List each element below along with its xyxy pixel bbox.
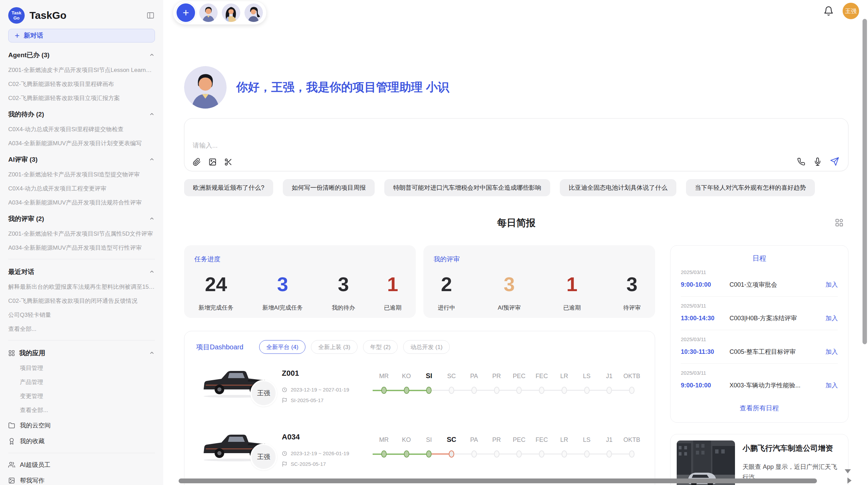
sidebar-item[interactable]: A034-全新新能源MUV产品开发项目造型可行性评审 xyxy=(8,244,155,251)
sidebar-item-help-write[interactable]: 帮我写作 xyxy=(8,476,155,485)
scroll-right-arrow[interactable] xyxy=(847,477,852,484)
news-card[interactable]: 小鹏飞行汽车制造公司增资 天眼查 App 显示，近日广州汇天飞行汽... xyxy=(670,434,848,485)
milestone: MR xyxy=(373,370,395,419)
sidebar-section-header[interactable]: AI评审 (3) xyxy=(8,155,155,164)
sidebar-item[interactable]: 产品管理 xyxy=(8,378,155,386)
sidebar-item-my-favorites[interactable]: 我的收藏 xyxy=(8,437,155,445)
sidebar-item[interactable]: C02-飞腾新能源轻客改款项目的闭环通告反馈情况 xyxy=(8,297,155,304)
schedule-title: 日程 xyxy=(681,254,838,263)
sidebar-item-ai-employee[interactable]: AI超级员工 xyxy=(8,461,155,469)
project-row[interactable]: 王强 Z001 2023-12-19 ~ 2027-01-19 xyxy=(196,368,643,419)
input-tools xyxy=(193,158,232,166)
vertical-scrollbar[interactable] xyxy=(863,19,867,344)
milestone-label: FEC xyxy=(530,434,553,444)
sidebar-item[interactable]: Z001-全新燃油皮卡产品开发项目SI节点Lesson Learn报告 xyxy=(8,66,155,74)
filter-chip[interactable]: 全新平台 (4) xyxy=(259,340,306,354)
divider xyxy=(8,340,155,340)
suggestion-chip[interactable]: 当下年轻人对汽车外观有怎样的喜好趋势 xyxy=(686,179,815,196)
app-title: TaskGo xyxy=(29,10,67,21)
view-all-schedule-link[interactable]: 查看所有日程 xyxy=(681,404,838,413)
milestone-label: OKTB xyxy=(620,370,643,380)
sidebar-section-header[interactable]: 我的待办 (2) xyxy=(8,110,155,119)
milestone-label: SI xyxy=(418,434,441,444)
stat: 3我的待办 xyxy=(332,273,355,312)
briefing-header: 每日简报 xyxy=(184,216,848,230)
sidebar-item[interactable]: C02-飞腾新能源轻客改款项目立项汇报方案 xyxy=(8,95,155,102)
join-link[interactable]: 加入 xyxy=(825,314,838,322)
join-link[interactable]: 加入 xyxy=(825,381,838,389)
milestone-node xyxy=(629,450,635,458)
project-row[interactable]: 王强 A034 2023-12-19 ~ 2026-01-19 xyxy=(196,431,643,483)
sidebar-section-header[interactable]: 最近对话 xyxy=(8,268,155,276)
milestone-node xyxy=(562,450,567,458)
phone-icon[interactable] xyxy=(797,158,805,166)
stat: 3AI预评审 xyxy=(498,273,521,312)
session-avatar[interactable] xyxy=(244,3,263,22)
milestone-label: SI xyxy=(418,370,441,380)
milestone-label: KO xyxy=(395,434,418,444)
paperclip-icon[interactable] xyxy=(193,158,201,166)
sidebar-item[interactable]: A034-全新新能源MUV产品开发项目法规符合性评审 xyxy=(8,199,155,206)
add-session-button[interactable]: + xyxy=(177,3,195,22)
project-info: A034 2023-12-19 ~ 2026-01-19 SC-2025-05-… xyxy=(282,431,373,483)
suggestion-chip[interactable]: 如何写一份清晰的项目周报 xyxy=(283,179,375,196)
owner-badge: 王强 xyxy=(250,380,277,407)
session-avatar[interactable] xyxy=(222,3,240,22)
sidebar-item[interactable]: C0X4-动力总成开发项目工程变更评审 xyxy=(8,185,155,192)
event-date: 2025/03/11 xyxy=(681,336,838,342)
filter-chip[interactable]: 动总开发 (1) xyxy=(403,340,450,354)
schedule-event: 2025/03/119:00-10:00X003-车辆动力学性能验...加入 xyxy=(681,364,838,397)
milestone-node xyxy=(629,387,635,394)
sidebar-section-header[interactable]: Agent已办 (3) xyxy=(8,51,155,60)
scroll-down-arrow[interactable] xyxy=(845,469,851,473)
sidebar-item[interactable]: Z001-全新燃油轻卡产品开发项目SI造型提交物评审 xyxy=(8,171,155,178)
sidebar-item[interactable]: A034-全新新能源MUV产品开发项目计划变更表编写 xyxy=(8,140,155,147)
sidebar-item[interactable]: 查看全部... xyxy=(8,325,155,333)
sidebar-item-label: 帮我写作 xyxy=(20,476,45,485)
image-icon[interactable] xyxy=(208,158,217,166)
chat-input[interactable]: 请输入... xyxy=(184,118,848,171)
milestone-label: PR xyxy=(485,434,508,444)
milestone-track: MRKOSISCPAPRPECFECLRLSJ1OKTB xyxy=(373,431,643,483)
sidebar-item-my-cloud[interactable]: 我的云空间 xyxy=(8,421,155,430)
milestone-node xyxy=(516,387,522,394)
chevron-up-icon xyxy=(149,269,155,275)
session-avatar[interactable] xyxy=(199,3,218,22)
suggestion-chip[interactable]: 特朗普可能对进口汽车增税会对中国车企造成哪些影响 xyxy=(384,179,550,196)
milestone-node xyxy=(426,387,432,394)
sidebar-section-header[interactable]: 我的应用 xyxy=(8,349,155,358)
suggestion-chip[interactable]: 欧洲新规最近颁布了什么? xyxy=(184,179,273,196)
sidebar-item[interactable]: 公司Q3轻卡销量 xyxy=(8,311,155,319)
sidebar-collapse-icon[interactable] xyxy=(146,11,155,20)
sidebar-item[interactable]: Z001-全新燃油轻卡产品开发项目SI节点属性5D文件评审 xyxy=(8,230,155,237)
layout-grid-icon[interactable] xyxy=(835,218,844,227)
section-title: 我的应用 xyxy=(19,349,45,358)
sidebar-item[interactable]: 查看全部... xyxy=(8,407,155,414)
join-link[interactable]: 加入 xyxy=(825,348,838,356)
sidebar-item[interactable]: C0X4-动力总成开发项目SI里程碑提交物检查 xyxy=(8,126,155,133)
sidebar-item[interactable]: 项目管理 xyxy=(8,364,155,372)
milestone-label: LS xyxy=(576,434,598,444)
bell-icon[interactable] xyxy=(823,6,834,16)
stat-values: 24新增完成任务3新增AI完成任务3我的待办1已逾期 xyxy=(194,273,406,312)
milestone-label: SC xyxy=(440,434,463,444)
event-time: 13:00-14:30 xyxy=(681,315,730,322)
horizontal-scrollbar[interactable] xyxy=(179,478,817,483)
event-time: 10:30-11:30 xyxy=(681,348,730,356)
milestone-label: LR xyxy=(553,434,576,444)
sidebar-item[interactable]: 解释最新出台的欧盟报废车法规再生塑料比例被调至15%... xyxy=(8,283,155,290)
send-icon[interactable] xyxy=(830,157,839,166)
divider xyxy=(8,259,155,259)
join-link[interactable]: 加入 xyxy=(825,281,838,289)
sidebar-item[interactable]: 变更管理 xyxy=(8,393,155,400)
new-chat-button[interactable]: + 新对话 xyxy=(8,29,155,42)
user-avatar[interactable]: 王强 xyxy=(843,3,859,19)
sidebar-section-header[interactable]: 我的评审 (2) xyxy=(8,214,155,223)
microphone-icon[interactable] xyxy=(813,158,822,166)
filter-chip[interactable]: 年型 (2) xyxy=(363,340,398,354)
event-name: C001-立项审批会 xyxy=(730,281,821,289)
suggestion-chip[interactable]: 比亚迪全固态电池计划具体说了什么 xyxy=(560,179,676,196)
sidebar-item[interactable]: C02-飞腾新能源轻客改款项目里程碑画布 xyxy=(8,80,155,88)
filter-chip[interactable]: 全新上装 (3) xyxy=(311,340,358,354)
scissors-icon[interactable] xyxy=(224,158,232,166)
